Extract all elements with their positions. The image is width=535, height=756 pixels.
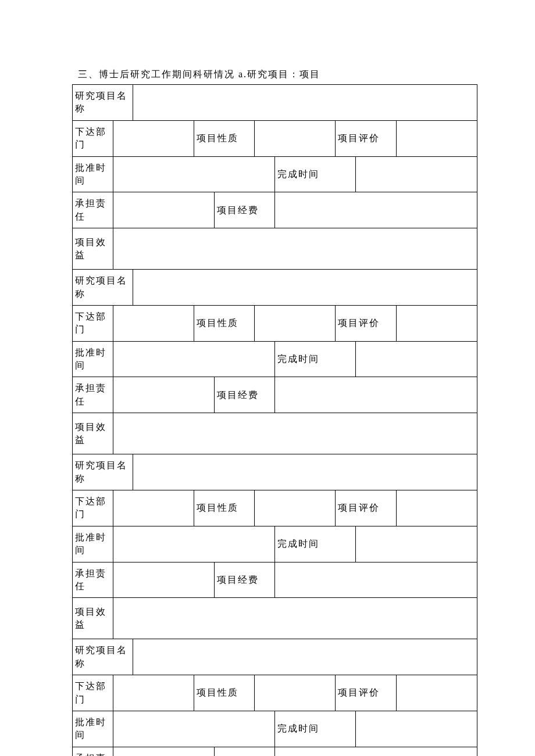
table-row: 批准时间 完成时间 [73, 156, 477, 192]
label-approval-time: 批准时间 [73, 711, 113, 747]
value-completion-time [356, 526, 477, 562]
value-responsibility [113, 377, 214, 413]
research-projects-table: 研究项目名称 下达部门 项目性质 项目评价 批准时间 完成时间 承担责任 项目经… [72, 84, 477, 756]
value-responsibility [113, 747, 214, 756]
label-responsibility: 承担责任 [73, 192, 113, 228]
table-row: 研究项目名称 [73, 454, 477, 490]
table-row: 批准时间 完成时间 [73, 711, 477, 747]
value-project-eval [396, 120, 477, 156]
value-issuing-dept [113, 675, 194, 711]
table-row: 承担责任 项目经费 [73, 747, 477, 756]
value-issuing-dept [113, 305, 194, 341]
label-approval-time: 批准时间 [73, 156, 113, 192]
label-completion-time: 完成时间 [274, 341, 355, 377]
label-responsibility: 承担责任 [73, 747, 113, 756]
table-row: 批准时间 完成时间 [73, 341, 477, 377]
label-issuing-dept: 下达部门 [73, 675, 113, 711]
label-issuing-dept: 下达部门 [73, 305, 113, 341]
label-project-name: 研究项目名称 [73, 270, 133, 306]
value-project-eval [396, 490, 477, 526]
label-project-name: 研究项目名称 [73, 85, 133, 121]
section-heading: 三、博士后研究工作期间科研情况 a.研究项目：项目 [78, 69, 535, 81]
table-row: 项目效益 [73, 413, 477, 454]
value-project-name [133, 639, 477, 675]
table-row: 项目效益 [73, 598, 477, 639]
table-row: 项目效益 [73, 228, 477, 270]
value-project-name [133, 454, 477, 490]
label-responsibility: 承担责任 [73, 562, 113, 598]
value-project-funding [274, 377, 477, 413]
label-project-nature: 项目性质 [194, 120, 254, 156]
label-approval-time: 批准时间 [73, 526, 113, 562]
table-row: 下达部门 项目性质 项目评价 [73, 305, 477, 341]
label-project-benefit: 项目效益 [73, 228, 113, 270]
value-project-eval [396, 675, 477, 711]
label-responsibility: 承担责任 [73, 377, 113, 413]
value-approval-time [113, 156, 274, 192]
label-completion-time: 完成时间 [274, 526, 355, 562]
value-responsibility [113, 192, 214, 228]
label-project-benefit: 项目效益 [73, 413, 113, 454]
label-project-eval: 项目评价 [336, 305, 396, 341]
value-approval-time [113, 341, 274, 377]
value-issuing-dept [113, 120, 194, 156]
label-project-funding: 项目经费 [214, 562, 274, 598]
value-project-funding [274, 562, 477, 598]
value-approval-time [113, 711, 274, 747]
value-project-name [133, 270, 477, 306]
value-project-nature [255, 120, 336, 156]
label-project-nature: 项目性质 [194, 675, 254, 711]
table-row: 下达部门 项目性质 项目评价 [73, 490, 477, 526]
value-project-nature [255, 305, 336, 341]
value-project-benefit [113, 413, 477, 454]
value-completion-time [356, 341, 477, 377]
value-issuing-dept [113, 490, 194, 526]
label-project-eval: 项目评价 [336, 490, 396, 526]
label-issuing-dept: 下达部门 [73, 490, 113, 526]
label-completion-time: 完成时间 [274, 711, 355, 747]
label-project-funding: 项目经费 [214, 192, 274, 228]
value-completion-time [356, 156, 477, 192]
value-project-funding [274, 747, 477, 756]
label-project-eval: 项目评价 [336, 120, 396, 156]
label-project-nature: 项目性质 [194, 490, 254, 526]
table-row: 承担责任 项目经费 [73, 377, 477, 413]
label-project-eval: 项目评价 [336, 675, 396, 711]
value-project-funding [274, 192, 477, 228]
value-responsibility [113, 562, 214, 598]
label-project-funding: 项目经费 [214, 747, 274, 756]
value-project-name [133, 85, 477, 121]
value-project-benefit [113, 228, 477, 270]
table-row: 研究项目名称 [73, 85, 477, 121]
label-project-nature: 项目性质 [194, 305, 254, 341]
label-issuing-dept: 下达部门 [73, 120, 113, 156]
label-approval-time: 批准时间 [73, 341, 113, 377]
table-row: 下达部门 项目性质 项目评价 [73, 675, 477, 711]
label-project-name: 研究项目名称 [73, 639, 133, 675]
value-project-eval [396, 305, 477, 341]
label-project-funding: 项目经费 [214, 377, 274, 413]
value-project-benefit [113, 598, 477, 639]
label-project-name: 研究项目名称 [73, 454, 133, 490]
label-project-benefit: 项目效益 [73, 598, 113, 639]
value-approval-time [113, 526, 274, 562]
table-row: 批准时间 完成时间 [73, 526, 477, 562]
table-row: 下达部门 项目性质 项目评价 [73, 120, 477, 156]
label-completion-time: 完成时间 [274, 156, 355, 192]
table-row: 承担责任 项目经费 [73, 562, 477, 598]
table-row: 研究项目名称 [73, 639, 477, 675]
table-row: 研究项目名称 [73, 270, 477, 306]
page-container: 三、博士后研究工作期间科研情况 a.研究项目：项目 研究项目名称 下达部门 项目… [0, 0, 535, 756]
value-completion-time [356, 711, 477, 747]
table-row: 承担责任 项目经费 [73, 192, 477, 228]
value-project-nature [255, 490, 336, 526]
value-project-nature [255, 675, 336, 711]
